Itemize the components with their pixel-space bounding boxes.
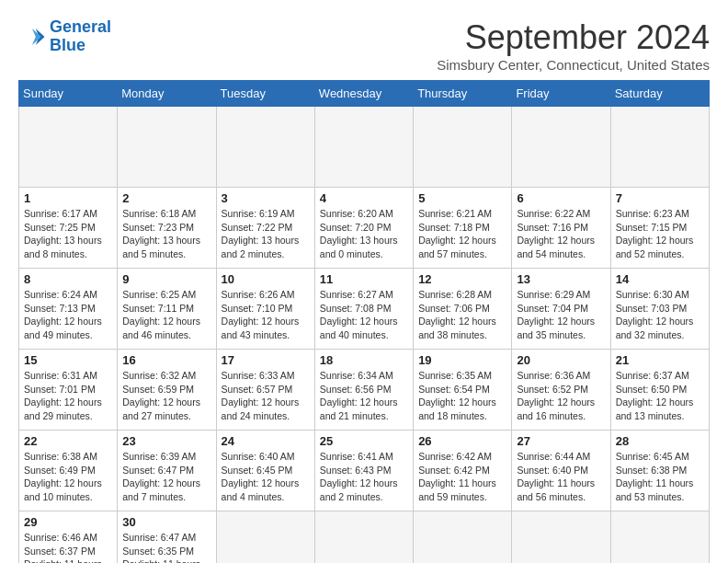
day-info: Sunrise: 6:18 AM Sunset: 7:23 PM Dayligh… xyxy=(122,207,210,261)
calendar-cell xyxy=(314,511,413,564)
calendar-cell: 15 Sunrise: 6:31 AM Sunset: 7:01 PM Dayl… xyxy=(19,350,118,431)
calendar-cell xyxy=(610,107,709,188)
day-number: 20 xyxy=(517,353,605,367)
day-number: 24 xyxy=(222,434,310,448)
day-number: 2 xyxy=(122,191,210,205)
calendar-cell: 8 Sunrise: 6:24 AM Sunset: 7:13 PM Dayli… xyxy=(19,269,118,350)
day-info: Sunrise: 6:35 AM Sunset: 6:54 PM Dayligh… xyxy=(418,369,506,423)
day-number: 17 xyxy=(222,353,310,367)
day-number: 15 xyxy=(24,353,112,367)
calendar-cell: 9 Sunrise: 6:25 AM Sunset: 7:11 PM Dayli… xyxy=(118,269,216,350)
calendar-cell: 5 Sunrise: 6:21 AM Sunset: 7:18 PM Dayli… xyxy=(414,188,512,269)
calendar-row: 29 Sunrise: 6:46 AM Sunset: 6:37 PM Dayl… xyxy=(19,511,710,564)
day-info: Sunrise: 6:39 AM Sunset: 6:47 PM Dayligh… xyxy=(122,450,210,504)
day-of-week-header: Friday xyxy=(512,81,610,107)
day-info: Sunrise: 6:23 AM Sunset: 7:15 PM Dayligh… xyxy=(616,207,704,261)
calendar-cell: 25 Sunrise: 6:41 AM Sunset: 6:43 PM Dayl… xyxy=(314,431,413,511)
day-info: Sunrise: 6:42 AM Sunset: 6:42 PM Dayligh… xyxy=(418,450,506,504)
calendar-cell xyxy=(414,107,512,188)
day-info: Sunrise: 6:37 AM Sunset: 6:50 PM Dayligh… xyxy=(616,369,704,423)
calendar-cell xyxy=(610,511,709,564)
calendar-cell: 27 Sunrise: 6:44 AM Sunset: 6:40 PM Dayl… xyxy=(512,431,610,511)
day-of-week-header: Sunday xyxy=(19,81,118,107)
calendar-cell: 23 Sunrise: 6:39 AM Sunset: 6:47 PM Dayl… xyxy=(118,431,216,511)
calendar-cell: 26 Sunrise: 6:42 AM Sunset: 6:42 PM Dayl… xyxy=(414,431,512,511)
logo-icon xyxy=(18,23,46,51)
day-number: 1 xyxy=(24,191,112,205)
day-number: 30 xyxy=(122,515,210,529)
calendar-cell: 20 Sunrise: 6:36 AM Sunset: 6:52 PM Dayl… xyxy=(512,350,610,431)
day-info: Sunrise: 6:21 AM Sunset: 7:18 PM Dayligh… xyxy=(418,207,506,261)
calendar-row: 15 Sunrise: 6:31 AM Sunset: 7:01 PM Dayl… xyxy=(19,350,710,431)
day-info: Sunrise: 6:44 AM Sunset: 6:40 PM Dayligh… xyxy=(517,450,605,504)
calendar-cell: 12 Sunrise: 6:28 AM Sunset: 7:06 PM Dayl… xyxy=(414,269,512,350)
day-info: Sunrise: 6:41 AM Sunset: 6:43 PM Dayligh… xyxy=(320,450,408,504)
calendar-cell: 4 Sunrise: 6:20 AM Sunset: 7:20 PM Dayli… xyxy=(314,188,413,269)
day-of-week-header: Monday xyxy=(118,81,216,107)
title-block: September 2024 Simsbury Center, Connecti… xyxy=(437,18,710,73)
svg-marker-1 xyxy=(32,29,41,45)
calendar-cell: 22 Sunrise: 6:38 AM Sunset: 6:49 PM Dayl… xyxy=(19,431,118,511)
day-number: 14 xyxy=(616,272,704,286)
calendar-cell: 3 Sunrise: 6:19 AM Sunset: 7:22 PM Dayli… xyxy=(216,188,314,269)
day-number: 11 xyxy=(320,272,408,286)
day-number: 28 xyxy=(616,434,704,448)
day-info: Sunrise: 6:36 AM Sunset: 6:52 PM Dayligh… xyxy=(517,369,605,423)
day-number: 12 xyxy=(418,272,506,286)
calendar-row: 1 Sunrise: 6:17 AM Sunset: 7:25 PM Dayli… xyxy=(19,188,710,269)
day-info: Sunrise: 6:24 AM Sunset: 7:13 PM Dayligh… xyxy=(24,288,112,342)
day-info: Sunrise: 6:25 AM Sunset: 7:11 PM Dayligh… xyxy=(122,288,210,342)
logo-text: General Blue xyxy=(50,18,111,55)
calendar-row xyxy=(19,107,710,188)
day-number: 25 xyxy=(320,434,408,448)
logo: General Blue xyxy=(18,18,111,55)
calendar-cell: 21 Sunrise: 6:37 AM Sunset: 6:50 PM Dayl… xyxy=(610,350,709,431)
calendar-cell xyxy=(314,107,413,188)
calendar-cell xyxy=(118,107,216,188)
day-info: Sunrise: 6:30 AM Sunset: 7:03 PM Dayligh… xyxy=(616,288,704,342)
day-number: 13 xyxy=(517,272,605,286)
calendar-cell: 29 Sunrise: 6:46 AM Sunset: 6:37 PM Dayl… xyxy=(19,511,118,564)
day-number: 29 xyxy=(24,515,112,529)
day-info: Sunrise: 6:17 AM Sunset: 7:25 PM Dayligh… xyxy=(24,207,112,261)
day-number: 4 xyxy=(320,191,408,205)
calendar-cell: 13 Sunrise: 6:29 AM Sunset: 7:04 PM Dayl… xyxy=(512,269,610,350)
day-of-week-header: Saturday xyxy=(610,81,709,107)
calendar-cell xyxy=(414,511,512,564)
day-info: Sunrise: 6:34 AM Sunset: 6:56 PM Dayligh… xyxy=(320,369,408,423)
day-number: 21 xyxy=(616,353,704,367)
day-number: 8 xyxy=(24,272,112,286)
day-number: 27 xyxy=(517,434,605,448)
day-info: Sunrise: 6:26 AM Sunset: 7:10 PM Dayligh… xyxy=(222,288,310,342)
day-info: Sunrise: 6:40 AM Sunset: 6:45 PM Dayligh… xyxy=(222,450,310,504)
day-number: 16 xyxy=(122,353,210,367)
day-of-week-header: Tuesday xyxy=(216,81,314,107)
calendar-cell: 1 Sunrise: 6:17 AM Sunset: 7:25 PM Dayli… xyxy=(19,188,118,269)
calendar-row: 8 Sunrise: 6:24 AM Sunset: 7:13 PM Dayli… xyxy=(19,269,710,350)
calendar-cell: 14 Sunrise: 6:30 AM Sunset: 7:03 PM Dayl… xyxy=(610,269,709,350)
calendar-cell: 2 Sunrise: 6:18 AM Sunset: 7:23 PM Dayli… xyxy=(118,188,216,269)
day-number: 19 xyxy=(418,353,506,367)
calendar-cell: 30 Sunrise: 6:47 AM Sunset: 6:35 PM Dayl… xyxy=(118,511,216,564)
month-title: September 2024 xyxy=(437,18,710,57)
calendar-cell xyxy=(512,107,610,188)
day-info: Sunrise: 6:38 AM Sunset: 6:49 PM Dayligh… xyxy=(24,450,112,504)
calendar-cell: 17 Sunrise: 6:33 AM Sunset: 6:57 PM Dayl… xyxy=(216,350,314,431)
location-subtitle: Simsbury Center, Connecticut, United Sta… xyxy=(437,57,710,73)
page-header: General Blue September 2024 Simsbury Cen… xyxy=(18,18,710,73)
day-info: Sunrise: 6:32 AM Sunset: 6:59 PM Dayligh… xyxy=(122,369,210,423)
calendar-cell: 19 Sunrise: 6:35 AM Sunset: 6:54 PM Dayl… xyxy=(414,350,512,431)
calendar-table: SundayMondayTuesdayWednesdayThursdayFrid… xyxy=(18,80,710,563)
day-number: 3 xyxy=(222,191,310,205)
day-info: Sunrise: 6:29 AM Sunset: 7:04 PM Dayligh… xyxy=(517,288,605,342)
day-info: Sunrise: 6:19 AM Sunset: 7:22 PM Dayligh… xyxy=(222,207,310,261)
day-info: Sunrise: 6:45 AM Sunset: 6:38 PM Dayligh… xyxy=(616,450,704,504)
calendar-cell: 7 Sunrise: 6:23 AM Sunset: 7:15 PM Dayli… xyxy=(610,188,709,269)
day-info: Sunrise: 6:27 AM Sunset: 7:08 PM Dayligh… xyxy=(320,288,408,342)
day-number: 18 xyxy=(320,353,408,367)
day-info: Sunrise: 6:47 AM Sunset: 6:35 PM Dayligh… xyxy=(122,531,210,563)
calendar-cell xyxy=(19,107,118,188)
day-number: 10 xyxy=(222,272,310,286)
calendar-cell: 16 Sunrise: 6:32 AM Sunset: 6:59 PM Dayl… xyxy=(118,350,216,431)
day-info: Sunrise: 6:22 AM Sunset: 7:16 PM Dayligh… xyxy=(517,207,605,261)
